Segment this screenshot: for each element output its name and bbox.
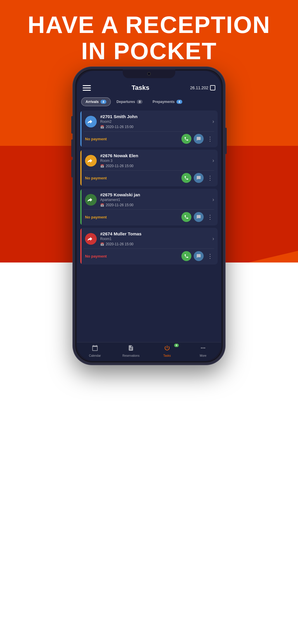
more-options-button[interactable]: ⋮ — [206, 253, 214, 260]
nav-tasks-label: Tasks — [163, 354, 171, 357]
date-value: 2020-11-26 15:00 — [106, 242, 134, 246]
phone-button[interactable] — [181, 251, 191, 261]
card-date: 📅 2020-11-26 15:00 — [100, 125, 209, 129]
calendar-nav-icon — [92, 345, 98, 353]
tab-departures-label: Departures — [117, 100, 135, 104]
card-actions: ⋮ — [181, 173, 214, 183]
card-date: 📅 2020-11-26 15:00 — [100, 203, 209, 207]
date-display[interactable]: 26.11.202 — [190, 85, 215, 90]
card-header: #2701 Smith John Room2 📅 2020-11-26 15:0… — [80, 111, 218, 131]
hamburger-line — [83, 88, 91, 88]
date-text: 26.11.202 — [190, 85, 208, 90]
card-info: #2701 Smith John Room2 📅 2020-11-26 15:0… — [100, 114, 209, 129]
hamburger-line — [83, 90, 91, 91]
card-header: #2674 Muller Tomas Room1 📅 2020-11-26 15… — [80, 228, 218, 249]
card-room: Room 3 — [100, 159, 209, 163]
chevron-right-icon[interactable]: › — [212, 236, 214, 242]
phone-button[interactable] — [181, 212, 191, 222]
guest-name: Muller Tomas — [114, 231, 142, 236]
chevron-right-icon[interactable]: › — [212, 118, 214, 125]
card-actions: ⋮ — [181, 212, 214, 222]
card-actions: ⋮ — [181, 251, 214, 261]
reservation-card: #2701 Smith John Room2 📅 2020-11-26 15:0… — [80, 111, 218, 147]
chevron-right-icon[interactable]: › — [212, 197, 214, 203]
card-room: Room2 — [100, 120, 209, 124]
nav-tasks[interactable]: 8 Tasks — [149, 345, 185, 357]
reservation-id: #2701 — [100, 114, 114, 119]
card-footer: No payment ⋮ — [80, 171, 218, 186]
date-value: 2020-11-26 15:00 — [106, 164, 134, 168]
card-footer: No payment ⋮ — [80, 210, 218, 225]
checkin-icon — [85, 194, 97, 206]
tasks-badge: 8 — [174, 344, 179, 347]
tab-arrivals-badge: 4 — [101, 100, 106, 104]
more-options-button[interactable]: ⋮ — [206, 135, 214, 142]
tab-filters: Arrivals 4 Departures 0 Prepayments 4 — [77, 94, 221, 109]
reservation-id: #2674 — [100, 231, 114, 236]
card-border — [80, 111, 82, 147]
card-date: 📅 2020-11-26 15:00 — [100, 242, 209, 246]
payment-status: No payment — [85, 215, 107, 219]
card-border — [80, 189, 82, 225]
camera — [147, 72, 151, 76]
reservations-nav-icon — [128, 345, 134, 353]
payment-status: No payment — [85, 254, 107, 258]
app-content: Tasks 26.11.202 Arrivals 4 Departures 0 — [77, 71, 221, 361]
card-info: #2676 Nowak Elen Room 3 📅 2020-11-26 15:… — [100, 153, 209, 168]
message-button[interactable] — [194, 251, 204, 261]
tab-arrivals-label: Arrivals — [86, 100, 99, 104]
more-options-button[interactable]: ⋮ — [206, 214, 214, 220]
more-options-button[interactable]: ⋮ — [206, 174, 214, 181]
top-bar: Tasks 26.11.202 — [77, 81, 221, 94]
reservation-card: #2674 Muller Tomas Room1 📅 2020-11-26 15… — [80, 228, 218, 265]
nav-reservations-label: Reservations — [122, 354, 139, 357]
guest-name: Kowalski jan — [114, 192, 140, 197]
cards-container: #2701 Smith John Room2 📅 2020-11-26 15:0… — [77, 109, 221, 342]
message-button[interactable] — [194, 212, 204, 222]
date-value: 2020-11-26 15:00 — [106, 203, 134, 207]
phone-button[interactable] — [181, 134, 191, 144]
card-actions: ⋮ — [181, 134, 214, 144]
phone-button[interactable] — [181, 173, 191, 183]
tab-prepayments[interactable]: Prepayments 4 — [148, 97, 186, 106]
tab-prepayments-badge: 4 — [176, 100, 182, 104]
card-title: #2676 Nowak Elen — [100, 153, 209, 158]
message-button[interactable] — [194, 173, 204, 183]
screen-title: Tasks — [131, 84, 149, 92]
card-title: #2701 Smith John — [100, 114, 209, 119]
phone-screen: Tasks 26.11.202 Arrivals 4 Departures 0 — [77, 71, 221, 361]
hamburger-menu[interactable] — [83, 85, 91, 91]
card-title: #2675 Kowalski jan — [100, 192, 209, 197]
tab-departures[interactable]: Departures 0 — [112, 97, 147, 106]
nav-more[interactable]: More — [185, 345, 221, 357]
tab-departures-badge: 0 — [137, 100, 143, 104]
reservation-card: #2675 Kowalski jan Apartament1 📅 2020-11… — [80, 189, 218, 225]
payment-status: No payment — [85, 176, 107, 180]
card-info: #2674 Muller Tomas Room1 📅 2020-11-26 15… — [100, 231, 209, 246]
bottom-nav: Calendar Reservations 8 Tasks — [77, 342, 221, 361]
nav-reservations[interactable]: Reservations — [113, 345, 149, 357]
date-value: 2020-11-26 15:00 — [106, 125, 134, 129]
calendar-icon — [210, 85, 215, 90]
reservation-id: #2675 — [100, 192, 114, 197]
nav-more-label: More — [200, 354, 207, 357]
card-header: #2676 Nowak Elen Room 3 📅 2020-11-26 15:… — [80, 150, 218, 170]
reservation-card: #2676 Nowak Elen Room 3 📅 2020-11-26 15:… — [80, 150, 218, 186]
hero-line2: IN POCKET — [18, 38, 280, 64]
more-nav-icon — [200, 345, 206, 353]
card-room: Apartament1 — [100, 198, 209, 202]
card-border — [80, 150, 82, 186]
tab-prepayments-label: Prepayments — [153, 100, 174, 104]
card-title: #2674 Muller Tomas — [100, 231, 209, 236]
notch — [123, 69, 175, 78]
tab-arrivals[interactable]: Arrivals 4 — [81, 97, 111, 106]
nav-calendar[interactable]: Calendar — [77, 345, 113, 357]
phone-container: Tasks 26.11.202 Arrivals 4 Departures 0 — [73, 67, 225, 365]
chevron-right-icon[interactable]: › — [212, 158, 214, 164]
guest-name: Smith John — [114, 114, 138, 119]
card-room: Room1 — [100, 237, 209, 241]
card-footer: No payment ⋮ — [80, 249, 218, 265]
message-button[interactable] — [194, 134, 204, 144]
card-header: #2675 Kowalski jan Apartament1 📅 2020-11… — [80, 189, 218, 209]
card-footer: No payment ⋮ — [80, 132, 218, 147]
